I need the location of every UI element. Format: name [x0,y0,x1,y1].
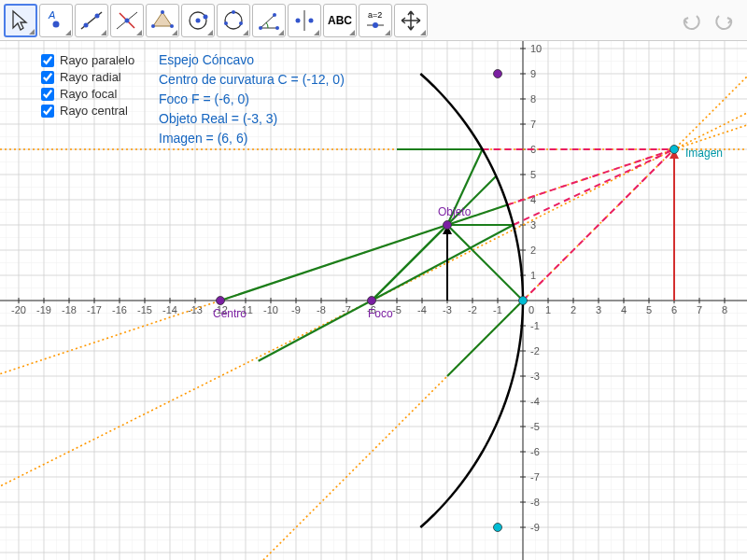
polygon-tool[interactable] [146,4,179,37]
toolbar: A ABC a=2 [0,0,747,41]
svg-text:10: 10 [530,43,542,54]
svg-text:-13: -13 [188,304,203,315]
svg-text:-16: -16 [112,304,127,315]
svg-point-10 [151,24,155,28]
svg-text:-15: -15 [137,304,152,315]
svg-point-311 [494,524,502,532]
svg-point-7 [125,18,130,22]
svg-point-13 [204,14,208,19]
svg-text:3: 3 [530,219,536,231]
info-title: Espejo Cóncavo [159,50,345,70]
svg-text:-10: -10 [263,304,278,315]
svg-text:1: 1 [530,270,536,281]
svg-point-12 [196,18,201,22]
svg-text:-20: -20 [11,304,26,315]
svg-text:9: 9 [530,68,536,79]
svg-text:5: 5 [530,169,536,180]
svg-line-282 [0,99,747,418]
svg-text:-1: -1 [530,320,540,331]
info-panel: Espejo Cóncavo Centro de curvatura C = (… [159,50,345,148]
svg-point-3 [84,22,89,27]
checkbox-rayo-central[interactable]: Rayo central [41,104,134,118]
svg-text:-18: -18 [62,304,77,315]
svg-point-302 [217,297,225,305]
svg-text:0: 0 [529,304,534,315]
svg-point-9 [170,24,174,28]
circle-3pt-tool[interactable] [217,4,250,37]
svg-point-1 [53,21,60,27]
svg-text:-17: -17 [87,304,102,315]
svg-point-15 [232,10,235,14]
svg-text:-8: -8 [530,497,540,508]
svg-text:-5: -5 [392,304,402,315]
svg-point-308 [670,146,679,154]
svg-text:-2: -2 [530,345,540,357]
svg-text:-4: -4 [530,396,540,407]
checkbox-rayo-paralelo[interactable]: Rayo paralelo [41,53,134,67]
svg-point-4 [95,13,100,18]
undo-redo [676,6,740,35]
svg-text:Foco: Foco [368,307,393,320]
info-image: Imagen = (6, 6) [159,129,345,148]
svg-text:-5: -5 [530,421,540,432]
svg-point-19 [273,13,276,17]
svg-point-310 [494,70,502,78]
svg-text:-6: -6 [530,446,540,457]
svg-point-17 [224,21,228,25]
svg-point-306 [444,221,452,230]
svg-text:A: A [48,9,55,21]
svg-text:7: 7 [530,119,536,130]
svg-text:-7: -7 [530,471,540,483]
svg-point-16 [239,21,243,25]
line-tool[interactable] [75,4,108,37]
svg-text:Objeto: Objeto [438,205,472,218]
svg-text:8: 8 [722,304,727,315]
svg-text:a=2: a=2 [368,10,382,20]
svg-line-287 [220,205,507,301]
svg-text:-9: -9 [530,522,540,533]
svg-text:-4: -4 [417,304,427,315]
angle-tool[interactable] [252,4,286,37]
undo-button[interactable] [676,6,706,35]
ray-checkboxes: Rayo paralelo Rayo radial Rayo focal Ray… [41,50,134,120]
svg-text:8: 8 [530,93,536,105]
svg-text:4: 4 [621,304,627,315]
svg-point-8 [161,10,164,14]
svg-text:3: 3 [596,304,601,315]
svg-point-304 [368,297,376,305]
svg-text:-19: -19 [36,304,51,315]
svg-text:-1: -1 [493,304,502,315]
svg-point-312 [519,297,528,305]
redo-button[interactable] [710,6,740,35]
svg-text:-3: -3 [530,371,540,382]
svg-point-23 [309,18,314,22]
info-object: Objeto Real = (-3, 3) [159,109,345,129]
point-tool[interactable]: A [39,4,73,37]
checkbox-rayo-focal[interactable]: Rayo focal [41,87,134,101]
info-center: Centro de curvatura C = (-12, 0) [159,70,345,90]
move-tool[interactable] [4,4,37,37]
slider-tool[interactable]: a=2 [359,4,392,37]
svg-text:5: 5 [646,304,652,315]
svg-text:-9: -9 [291,304,301,315]
svg-point-18 [259,26,262,30]
svg-text:2: 2 [571,304,576,315]
svg-point-14 [225,12,242,29]
graphics-view[interactable]: Rayo paralelo Rayo radial Rayo focal Ray… [0,41,747,560]
reflect-tool[interactable] [288,4,321,37]
info-focus: Foco F = (-6, 0) [159,90,345,109]
svg-text:-14: -14 [162,304,177,315]
svg-text:-8: -8 [317,304,326,315]
svg-text:-3: -3 [443,304,452,315]
checkbox-rayo-radial[interactable]: Rayo radial [41,70,134,84]
svg-text:7: 7 [697,304,702,315]
circle-center-tool[interactable] [181,4,215,37]
svg-text:-2: -2 [468,304,477,315]
text-tool[interactable]: ABC [323,4,357,37]
translate-tool[interactable] [394,4,428,37]
svg-point-26 [373,22,378,28]
svg-text:1: 1 [545,304,551,315]
svg-text:2: 2 [530,245,536,256]
svg-text:6: 6 [671,304,677,315]
perpendicular-tool[interactable] [110,4,144,37]
